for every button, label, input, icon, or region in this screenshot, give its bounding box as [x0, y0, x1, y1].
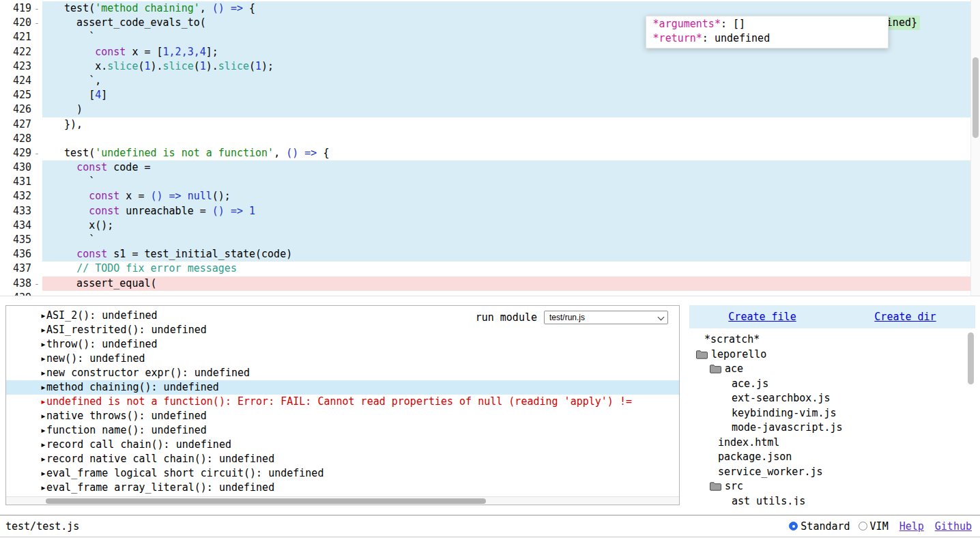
code-text[interactable]: const unreachable = () => 1 — [42, 204, 980, 218]
expand-icon[interactable]: ▸ — [40, 352, 46, 366]
file-tree-item[interactable]: mode-javascript.js — [689, 421, 975, 436]
calltree-node[interactable]: ▸record native call chain(): undefined — [6, 452, 679, 466]
code-line[interactable]: 439 — [0, 291, 980, 296]
calltree-node[interactable]: ▸record call chain(): undefined — [6, 438, 679, 452]
line-number[interactable]: 421 — [0, 30, 31, 44]
line-number[interactable]: 433 — [0, 204, 31, 218]
code-text[interactable]: x(); — [42, 218, 980, 233]
code-line[interactable]: 429- test('undefined is not a function',… — [0, 146, 980, 160]
editor-scrollbar-track[interactable] — [970, 0, 980, 296]
code-text[interactable]: [4] — [42, 88, 980, 102]
calltree-node[interactable]: ▸eval_frame logical short circuit(): und… — [6, 466, 679, 481]
calltree-node[interactable]: ▸native throws(): undefined — [6, 409, 679, 423]
calltree-node[interactable]: ▸function name(): undefined — [6, 423, 679, 438]
code-text[interactable]: }), — [42, 117, 980, 132]
calltree-node[interactable]: ▸new constructor expr(): undefined — [6, 366, 679, 380]
line-number[interactable]: 431 — [0, 175, 31, 189]
line-number[interactable]: 438 — [0, 277, 31, 291]
module-select[interactable]: test/run.js — [544, 311, 668, 324]
line-number[interactable]: 420 — [0, 16, 31, 30]
expand-icon[interactable]: ▸ — [40, 466, 46, 481]
line-number[interactable]: 437 — [0, 261, 31, 276]
calltree-node[interactable]: ▸ASI_restrited(): undefined — [6, 323, 679, 337]
file-tree-item[interactable]: ext-searchbox.js — [689, 391, 975, 406]
line-number[interactable]: 425 — [0, 88, 31, 102]
code-text[interactable]: const x = () => null(); — [42, 189, 980, 203]
code-line[interactable]: 430 const code = — [0, 160, 980, 175]
scrollbar-thumb[interactable] — [972, 57, 979, 138]
radio-selected-icon[interactable] — [789, 522, 798, 530]
code-line[interactable]: 426 ) — [0, 102, 980, 117]
code-text[interactable]: // TODO fix error messages — [42, 261, 980, 276]
code-line[interactable]: 437 // TODO fix error messages — [0, 261, 980, 276]
line-number[interactable]: 423 — [0, 59, 31, 74]
code-line[interactable]: 428 — [0, 132, 980, 146]
line-number[interactable]: 427 — [0, 117, 31, 132]
code-line[interactable]: 438- assert_equal( — [0, 277, 980, 291]
keybinding-option-standard[interactable]: Standard — [789, 520, 850, 533]
calltree-node[interactable]: ▸method chaining(): undefined — [6, 380, 679, 395]
file-tree-item[interactable]: package.json — [689, 450, 975, 465]
calltree-hscrollbar-track[interactable] — [6, 496, 679, 505]
code-text[interactable]: const code = — [42, 160, 980, 175]
code-line[interactable]: 435 ` — [0, 233, 980, 247]
expand-icon[interactable]: ▸ — [40, 380, 46, 395]
file-tree-item[interactable]: index.html — [689, 436, 975, 451]
eval-result-row[interactable]: *return*: undefined — [653, 31, 881, 46]
line-number[interactable]: 435 — [0, 233, 31, 247]
fold-widget[interactable]: - — [31, 16, 42, 30]
scrollbar-thumb[interactable] — [46, 498, 486, 504]
help-link[interactable]: Help — [899, 520, 924, 533]
eval-result-row[interactable]: *arguments*: [] — [653, 17, 881, 31]
line-number[interactable]: 439 — [0, 291, 31, 296]
expand-icon[interactable]: ▸ — [40, 423, 46, 438]
expand-icon[interactable]: ▸ — [40, 366, 46, 380]
code-line[interactable]: 425 [4] — [0, 88, 980, 102]
code-text[interactable]: assert_equal( — [42, 277, 980, 291]
code-line[interactable]: 424 `, — [0, 74, 980, 88]
calltree-node[interactable]: ▸eval_frame array_literal(): undefined — [6, 481, 679, 495]
file-tree-item[interactable]: keybinding-vim.js — [689, 406, 975, 421]
expand-icon[interactable]: ▸ — [40, 452, 46, 466]
create-file-link[interactable]: Create file — [728, 311, 796, 323]
line-number[interactable]: 419 — [0, 1, 31, 16]
code-text[interactable] — [42, 132, 980, 146]
code-text[interactable]: ` — [42, 233, 980, 247]
code-text[interactable] — [42, 291, 980, 296]
file-tree-item[interactable]: service_worker.js — [689, 465, 975, 480]
code-line[interactable]: 434 x(); — [0, 218, 980, 233]
file-tree-item[interactable]: ace — [689, 362, 975, 377]
create-dir-link[interactable]: Create dir — [874, 311, 936, 323]
code-editor[interactable]: 419- test('method chaining', () => {420-… — [0, 0, 980, 296]
line-number[interactable]: 422 — [0, 45, 31, 59]
code-text[interactable]: test('undefined is not a function', () =… — [42, 146, 980, 160]
line-number[interactable]: 426 — [0, 102, 31, 117]
github-link[interactable]: Github — [935, 520, 972, 533]
expand-icon[interactable]: ▸ — [40, 438, 46, 452]
code-line[interactable]: 432 const x = () => null(); — [0, 189, 980, 203]
fold-widget[interactable]: - — [31, 146, 42, 160]
expand-icon[interactable]: ▸ — [40, 323, 46, 337]
code-line[interactable]: 436 const s1 = test_initial_state(code) — [0, 247, 980, 261]
file-tree-item[interactable]: leporello — [689, 348, 975, 363]
code-text[interactable]: x.slice(1).slice(1).slice(1); — [42, 59, 980, 74]
line-number[interactable]: 428 — [0, 132, 31, 146]
scrollbar-thumb[interactable] — [968, 332, 974, 384]
line-number[interactable]: 430 — [0, 160, 31, 175]
expand-icon[interactable]: ▸ — [40, 409, 46, 423]
calltree-node[interactable]: ▸undefined is not a function(): Error: F… — [6, 395, 679, 409]
calltree-node[interactable]: ▸new(): undefined — [6, 352, 679, 366]
code-text[interactable]: ) — [42, 102, 980, 117]
code-text[interactable]: ` — [42, 175, 980, 189]
code-line[interactable]: 433 const unreachable = () => 1 — [0, 204, 980, 218]
expand-icon[interactable]: ▸ — [40, 309, 46, 323]
fold-widget[interactable]: - — [31, 1, 42, 16]
file-tree-item[interactable]: ace.js — [689, 377, 975, 392]
keybinding-option-vim[interactable]: VIM — [859, 520, 889, 533]
expand-icon[interactable]: ▸ — [40, 395, 46, 409]
line-number[interactable]: 434 — [0, 218, 31, 233]
fold-widget[interactable]: - — [31, 277, 42, 291]
line-number[interactable]: 424 — [0, 74, 31, 88]
code-line[interactable]: 423 x.slice(1).slice(1).slice(1); — [0, 59, 980, 74]
code-text[interactable]: `, — [42, 74, 980, 88]
